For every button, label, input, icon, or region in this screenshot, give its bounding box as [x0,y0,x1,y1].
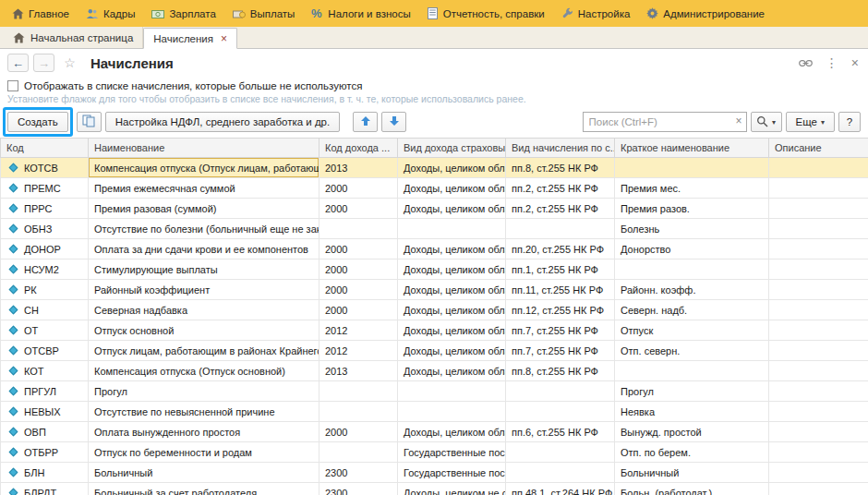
cell-income-code: 2012 [319,320,398,341]
link-icon[interactable] [799,59,813,67]
column-header-accrual-kind[interactable]: Вид начисления по с... [506,139,615,158]
table-row[interactable]: ПРГУЛПрогулПрогул [1,381,868,402]
table-row[interactable]: БЛНБольничный2300Государственные пос...Б… [1,463,868,483]
tab-accruals[interactable]: Начисления× [143,28,237,49]
menu-item-main[interactable]: Главное [4,0,78,27]
show-unused-checkbox[interactable] [7,80,18,91]
cell-description [769,361,868,381]
cell-code: ОТБРР [1,442,89,463]
cell-insurance-income [398,381,506,402]
more-menu-icon[interactable]: ⋮ [826,55,838,70]
table-row[interactable]: ОТОтпуск основной2012Доходы, целиком обл… [1,320,868,341]
cell-name: Оплата за дни сдачи крови и ее компонент… [89,239,319,260]
menu-item-salary[interactable]: Зарплата [143,0,223,27]
column-header-description[interactable]: Описание [769,139,868,158]
cell-description [769,381,868,402]
cell-short-name: Донорство [615,239,769,260]
cell-short-name: Районн. коэфф. [615,280,769,300]
menu-item-personnel[interactable]: Кадры [78,0,143,27]
cell-description [769,199,868,219]
filter-hint: Установите флажок для того чтобы отобраз… [0,93,868,106]
cell-name: Отпуск основной [89,320,319,341]
cell-income-code: 2000 [319,199,398,219]
menu-item-taxes[interactable]: %Налоги и взносы [303,0,418,27]
show-unused-label[interactable]: Отображать в списке начисления, которые … [24,80,362,91]
cell-name: Северная надбавка [89,300,319,320]
code-text: ОТСВР [24,345,59,356]
accrual-item-icon [9,224,18,234]
cell-code: КОТ [1,361,89,381]
cell-accrual-kind [506,219,615,239]
column-header-code[interactable]: Код [1,139,89,158]
move-up-button[interactable] [353,112,378,132]
table-row[interactable]: ДОНОРОплата за дни сдачи крови и ее комп… [1,239,868,260]
cell-short-name [615,361,769,381]
column-header-name[interactable]: Наименование [89,139,319,158]
table-row[interactable]: ОВПОплата вынужденного простоя2000Доходы… [1,422,868,442]
table-row[interactable]: ПРЕМСПремия ежемесячная суммой2000Доходы… [1,178,868,199]
menu-item-label: Администрирование [663,8,765,19]
table-row[interactable]: РКРайонный коэффициент2000Доходы, целико… [1,280,868,300]
back-button[interactable]: ← [7,54,29,72]
table-row[interactable]: КОТСВКомпенсация отпуска (Отпуск лицам, … [1,158,868,178]
cell-accrual-kind: пп.7, ст.255 НК РФ [506,320,615,341]
accrual-item-icon [9,448,18,457]
column-header-income-code[interactable]: Код дохода ... [319,139,398,158]
menu-item-label: Выплаты [250,8,295,19]
cell-name: Больничный [89,463,319,483]
code-cell: НСУМ2 [10,261,82,277]
column-header-short-name[interactable]: Краткое наименование [615,139,769,158]
cell-accrual-kind [506,381,615,402]
window-actions: ⋮ × [799,55,859,70]
cell-short-name: Отп. по берем. [615,442,769,463]
cell-name: Отсутствие по болезни (больничный еще не… [89,219,319,239]
people-icon [86,8,99,19]
table-row[interactable]: БЛРДТБольничный за счет работодателя2300… [1,483,868,495]
table-row[interactable]: ОТСВРОтпуск лицам, работающим в районах … [1,341,868,361]
cell-short-name: Больн. (работодат.) [615,483,769,495]
table-row[interactable]: ОТБРРОтпуск по беременности и родамГосуд… [1,442,868,463]
tab-home[interactable]: Начальная страница [4,27,143,48]
cell-insurance-income: Доходы, целиком обла... [398,178,506,199]
search-icon [756,115,768,129]
copy-button[interactable] [77,112,102,132]
search-button[interactable]: ▾ [751,112,782,132]
clear-search-icon[interactable]: × [736,115,742,127]
code-cell: ОТСВР [10,343,82,358]
table-row[interactable]: ОБНЗОтсутствие по болезни (больничный ещ… [1,219,868,239]
code-text: РК [24,284,37,296]
close-tab-icon[interactable]: × [221,32,227,45]
cell-description [769,442,868,463]
table-row[interactable]: СНСеверная надбавка2000Доходы, целиком о… [1,300,868,320]
column-header-insurance-income[interactable]: Вид дохода страховы... [398,139,506,158]
code-cell: БЛРДТ [10,485,82,495]
cell-code: ПРЕМС [1,178,89,199]
table-row[interactable]: КОТКомпенсация отпуска (Отпуск основной)… [1,361,868,381]
table-row[interactable]: НЕВЫХОтсутствие по невыясненной причинеН… [1,402,868,422]
favorite-star-icon[interactable]: ☆ [59,54,80,72]
cell-code: ОБНЗ [1,219,89,239]
accrual-item-icon [9,387,18,396]
accrual-item-icon [9,489,18,495]
accrual-item-icon [9,346,18,356]
menu-item-reports[interactable]: Отчетность, справки [419,0,553,27]
cell-insurance-income: Доходы, целиком обла... [398,341,506,361]
code-text: БЛРДТ [24,488,56,495]
ndfl-settings-button[interactable]: Настройка НДФЛ, среднего заработка и др. [105,112,340,132]
menu-item-payments[interactable]: Выплаты [224,0,304,27]
code-text: НСУМ2 [24,264,59,275]
move-down-button[interactable] [381,112,406,132]
close-icon[interactable]: × [851,55,859,70]
search-input[interactable] [583,112,747,132]
menu-item-administration[interactable]: Администрирование [638,0,773,27]
forward-button[interactable]: → [33,54,54,72]
code-text: ОТ [24,325,38,336]
create-button[interactable]: Создать [7,112,68,132]
more-button[interactable]: Еще ▾ [786,112,835,132]
menu-item-settings[interactable]: Настройка [553,0,639,27]
cell-accrual-kind [506,463,615,483]
code-text: ПРГУЛ [24,386,56,397]
table-row[interactable]: ПРРСПремия разовая (суммой)2000Доходы, ц… [1,199,868,219]
table-row[interactable]: НСУМ2Стимулирующие выплаты2000Доходы, це… [1,260,868,280]
help-button[interactable]: ? [838,112,861,132]
